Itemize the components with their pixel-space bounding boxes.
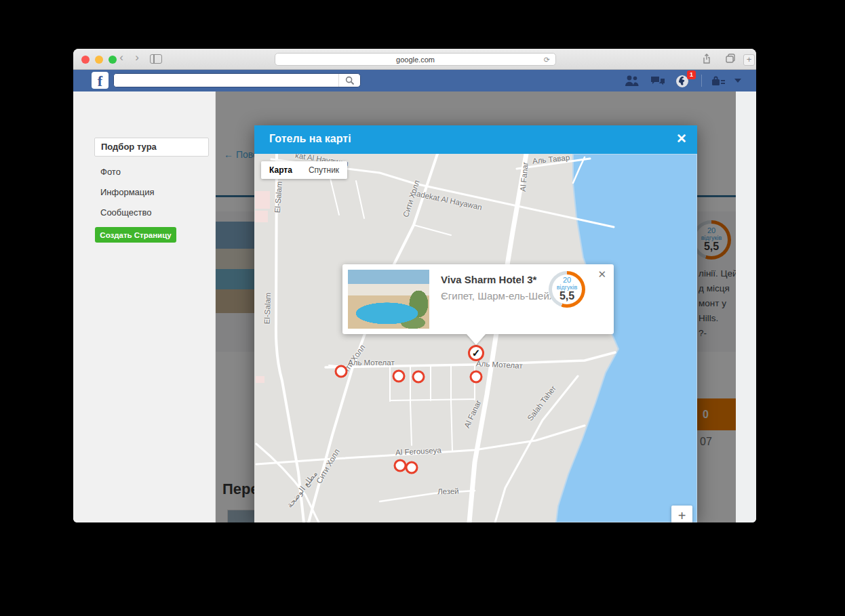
hotel-marker[interactable]	[406, 461, 418, 474]
rating-badge: 20 відгуків 5,5	[549, 271, 585, 308]
selected-hotel-marker[interactable]: ✓	[468, 345, 484, 361]
notification-badge: 1	[687, 70, 696, 79]
card-pointer	[467, 334, 486, 345]
hotel-photo	[348, 270, 429, 329]
minimize-window-button[interactable]	[95, 56, 103, 64]
account-menu-caret-icon[interactable]	[734, 79, 741, 83]
map-street-label: Лезей	[437, 487, 459, 495]
map-street-label: El-Salam	[263, 292, 273, 324]
browser-window: ‹ › google.com ⟳ + f	[73, 49, 756, 522]
page-gutter	[736, 91, 756, 522]
sidebar-item-community[interactable]: Сообщество	[100, 207, 152, 218]
hotel-map-modal: Готель на карті ✕	[254, 125, 697, 522]
sidebar-item-tour-picker[interactable]: Подбор тура	[94, 138, 209, 157]
zoom-in-button[interactable]: +	[671, 506, 692, 522]
browser-toolbar: ‹ › google.com ⟳ +	[73, 49, 756, 70]
search-input[interactable]	[114, 74, 338, 87]
close-icon[interactable]: ✕	[676, 131, 687, 146]
hotel-name: Viva Sharm Hotel 3*	[441, 274, 536, 285]
sidebar-item-information[interactable]: Информация	[100, 187, 155, 197]
modal-title: Готель на карті	[269, 133, 351, 145]
reload-icon[interactable]: ⟳	[544, 56, 550, 64]
sidebar-item-photos[interactable]: Фото	[100, 167, 121, 177]
close-window-button[interactable]	[81, 56, 90, 64]
facebook-search	[113, 73, 361, 87]
back-button[interactable]: ‹	[115, 51, 127, 64]
page-sidebar: Подбор тура Фото Информация Сообщество С…	[73, 91, 216, 522]
map-street-label: Аль Мотелат	[348, 358, 395, 367]
hotel-marker[interactable]	[394, 459, 407, 472]
hotel-info-card: Viva Sharm Hotel 3* Єгипет, Шарм-ель-Шей…	[342, 264, 614, 334]
review-count: 20	[563, 276, 571, 285]
hotel-location: Єгипет, Шарм-ель-Шейх	[441, 290, 554, 302]
map-type-map-button[interactable]: Карта	[261, 161, 300, 179]
card-close-icon[interactable]: ✕	[597, 268, 606, 281]
share-icon[interactable]	[701, 53, 713, 65]
search-button[interactable]	[338, 74, 360, 87]
map-type-controls: Карта Спутник	[261, 161, 347, 179]
facebook-top-bar: f	[73, 70, 756, 91]
create-page-button[interactable]: Создать Страницу	[95, 227, 176, 243]
notifications-globe-icon[interactable]: 1	[675, 75, 692, 87]
hotel-marker[interactable]	[335, 365, 348, 378]
facebook-logo[interactable]: f	[92, 72, 109, 89]
hotel-marker[interactable]	[412, 371, 425, 384]
hotel-marker[interactable]	[470, 371, 483, 384]
address-bar[interactable]: google.com ⟳	[275, 53, 556, 66]
rating-score: 5,5	[559, 291, 574, 302]
map-canvas[interactable]: kat Al HayawanHadekat Al HayawanEl-Salam…	[254, 154, 697, 522]
sidebar-toggle-icon[interactable]	[150, 54, 162, 64]
modal-header: Готель на карті ✕	[254, 125, 697, 154]
divider	[701, 75, 702, 87]
tabs-icon[interactable]	[724, 53, 736, 65]
privacy-lock-icon[interactable]	[711, 75, 725, 87]
messages-icon[interactable]	[650, 75, 666, 87]
map-type-satellite-button[interactable]: Спутник	[300, 161, 347, 179]
forward-button[interactable]: ›	[131, 51, 143, 64]
search-icon	[345, 76, 355, 85]
new-tab-button[interactable]: +	[743, 54, 755, 66]
friend-requests-icon[interactable]	[624, 75, 640, 87]
url-text: google.com	[396, 56, 435, 64]
hotel-marker[interactable]	[393, 370, 406, 383]
